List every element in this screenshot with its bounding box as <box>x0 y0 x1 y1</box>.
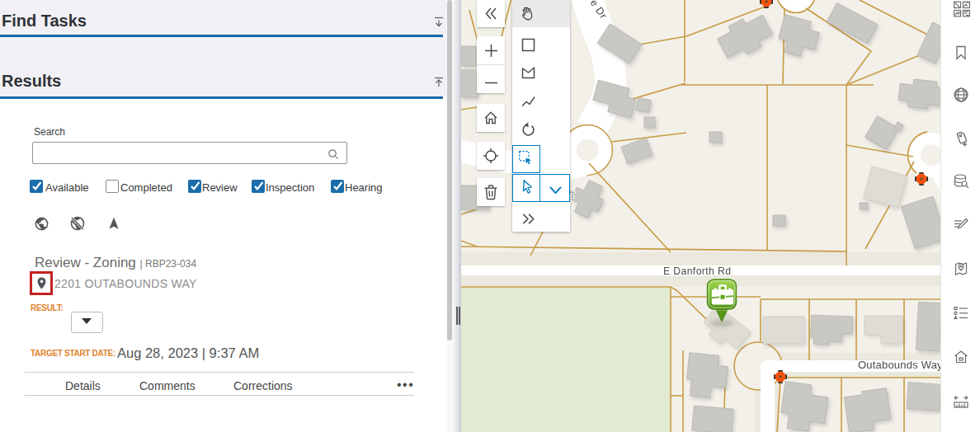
svg-text:Outabounds Way: Outabounds Way <box>858 359 940 371</box>
svg-text:E Danforth Rd: E Danforth Rd <box>663 265 731 277</box>
